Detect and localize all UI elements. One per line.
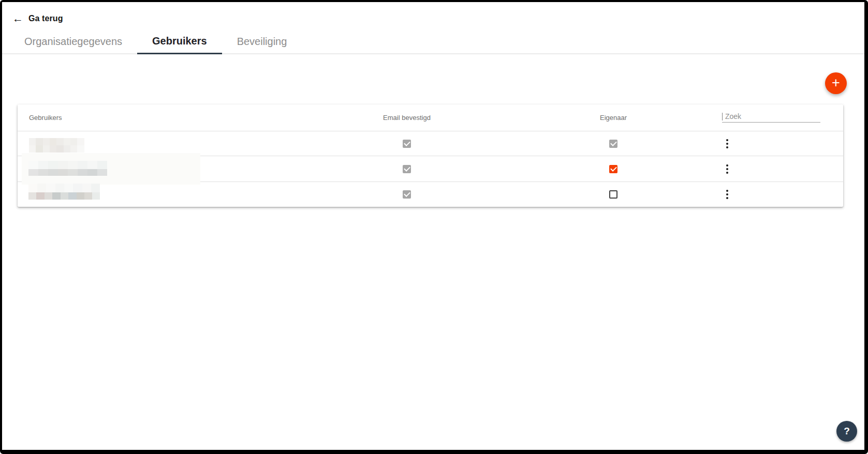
email-confirmed-checkbox (403, 165, 411, 173)
table-row (18, 182, 843, 207)
app-window: ← Ga terug Organisatiegegevens Gebruiker… (0, 0, 868, 454)
column-header-email-bevestigd: Email bevestigd (365, 114, 448, 122)
row-menu-button[interactable] (717, 162, 738, 176)
question-mark-icon: ? (844, 426, 850, 436)
plus-icon: + (825, 72, 847, 93)
search-placeholder: Zoek (725, 112, 741, 120)
email-confirmed-checkbox (403, 140, 411, 148)
table-header-row: Gebruikers Email bevestigd Eigenaar Zoek (18, 104, 843, 131)
help-button[interactable]: ? (836, 421, 857, 442)
back-label: Ga terug (28, 14, 63, 23)
owner-checkbox[interactable] (609, 165, 617, 173)
tab-bar: Organisatiegegevens Gebruikers Beveiligi… (2, 29, 864, 54)
arrow-left-icon: ← (12, 13, 23, 24)
column-header-gebruikers: Gebruikers (18, 114, 365, 122)
table-row (18, 131, 843, 156)
column-header-eigenaar: Eigenaar (572, 114, 655, 122)
tab-gebruikers[interactable]: Gebruikers (137, 29, 222, 54)
text-cursor (722, 113, 723, 120)
tab-beveiliging[interactable]: Beveiliging (222, 29, 302, 54)
users-table: Gebruikers Email bevestigd Eigenaar Zoek (18, 104, 843, 207)
table-row (18, 156, 843, 182)
tab-organisatiegegevens[interactable]: Organisatiegegevens (9, 29, 137, 54)
row-menu-button[interactable] (717, 137, 738, 150)
owner-checkbox[interactable] (609, 190, 617, 199)
back-button[interactable]: ← Ga terug (12, 13, 63, 24)
owner-checkbox (609, 140, 617, 148)
search-input[interactable]: Zoek (722, 111, 820, 123)
add-user-button[interactable]: + (825, 72, 847, 94)
row-menu-button[interactable] (717, 188, 738, 201)
email-confirmed-checkbox (403, 190, 411, 199)
